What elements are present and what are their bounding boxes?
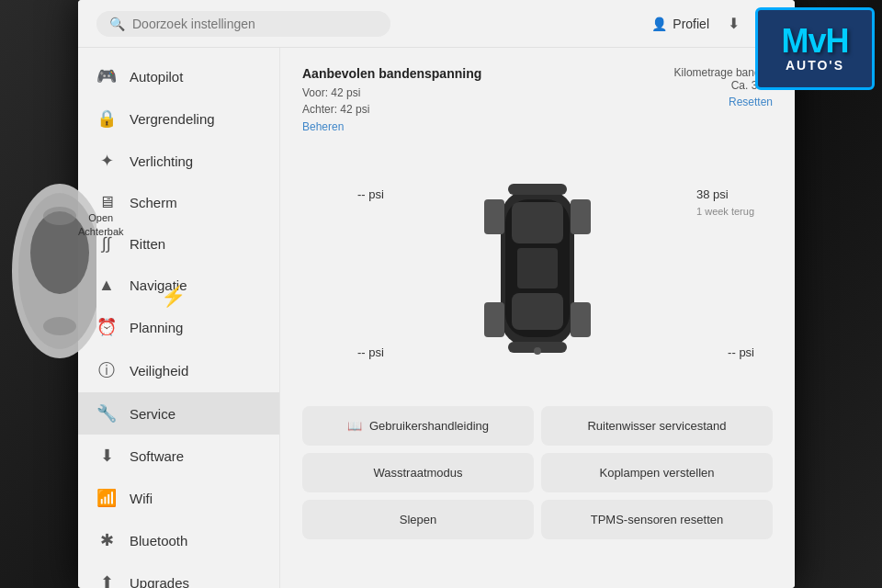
svg-rect-10: [508, 184, 567, 195]
wasstraat-button[interactable]: Wasstraatmodus: [302, 453, 534, 492]
search-container[interactable]: 🔍: [96, 11, 390, 37]
action-buttons: 📖 Gebruikershandleiding Ruitenwisser ser…: [302, 406, 773, 539]
tire-front-right-value: 38 psi: [696, 187, 729, 201]
slepen-label: Slepen: [400, 513, 436, 526]
mvh-text: MvH: [781, 25, 848, 58]
koplampen-button[interactable]: Koplampen verstellen: [541, 453, 773, 492]
sidebar-label-wifi: Wifi: [130, 491, 153, 506]
tire-pressure-header: Aanbevolen bandenspanning Voor: 42 psi A…: [302, 66, 773, 134]
svg-point-3: [43, 207, 76, 225]
sidebar-item-vergrendeling[interactable]: 🔒 Vergrendeling: [78, 97, 279, 140]
bluetooth-icon: ✱: [96, 530, 117, 550]
svg-rect-9: [517, 248, 558, 288]
search-icon: 🔍: [109, 17, 125, 31]
wifi-icon: 📶: [96, 488, 117, 508]
sidebar-label-ritten: Ritten: [130, 236, 165, 252]
sidebar-label-scherm: Scherm: [130, 195, 177, 210]
slepen-button[interactable]: Slepen: [302, 500, 534, 539]
sidebar-item-bluetooth[interactable]: ✱ Bluetooth: [78, 519, 279, 561]
sidebar: 🎮 Autopilot 🔒 Vergrendeling ✦ Verlichtin…: [78, 48, 280, 588]
nav-icon: ▲: [96, 276, 117, 295]
profile-label: Profiel: [673, 17, 709, 31]
sidebar-label-service: Service: [130, 406, 175, 422]
content-area: Aanbevolen bandenspanning Voor: 42 psi A…: [280, 48, 795, 588]
car-diagram-container: -- psi 38 psi 1 week terug: [302, 149, 773, 388]
svg-rect-12: [484, 199, 504, 234]
sidebar-item-upgrades[interactable]: ⬆ Upgrades: [78, 561, 279, 588]
info-icon: ⓘ: [96, 359, 117, 381]
tire-pressure-title: Aanbevolen bandenspanning: [302, 66, 481, 81]
svg-rect-7: [512, 202, 563, 243]
lock-icon: 🔒: [96, 108, 117, 129]
software-download-icon: ⬇: [96, 446, 117, 466]
wrench-icon: 🔧: [96, 403, 117, 424]
svg-point-16: [534, 347, 541, 355]
mvh-autos: AUTO'S: [786, 58, 844, 73]
sun-icon: ✦: [96, 151, 117, 171]
top-bar: 🔍 👤 Profiel ⬇ 🔔: [78, 0, 795, 48]
tire-front-left: -- psi: [357, 186, 384, 202]
sidebar-label-verlichting: Verlichting: [130, 153, 193, 169]
koplampen-label: Koplampen verstellen: [599, 466, 714, 480]
sidebar-item-veiligheid[interactable]: ⓘ Veiligheid: [78, 348, 279, 392]
upgrades-icon: ⬆: [96, 572, 117, 588]
main-layout: 🎮 Autopilot 🔒 Vergrendeling ✦ Verlichtin…: [78, 48, 795, 588]
ruitenwisser-label: Ruitenwisser servicestand: [587, 419, 726, 433]
sidebar-item-wifi[interactable]: 📶 Wifi: [78, 477, 279, 519]
sidebar-item-planning[interactable]: ⏰ Planning: [78, 306, 279, 348]
tpms-button[interactable]: TPMS-sensoren resetten: [541, 500, 773, 539]
mvh-logo: MvH AUTO'S: [755, 7, 875, 90]
profile-button[interactable]: 👤 Profiel: [651, 17, 709, 31]
wasstraat-label: Wasstraatmodus: [373, 466, 462, 480]
car-side-image: [0, 170, 96, 372]
steering-icon: 🎮: [96, 66, 117, 86]
gebruikershandleiding-button[interactable]: 📖 Gebruikershandleiding: [302, 406, 534, 446]
svg-point-4: [43, 317, 76, 335]
svg-rect-13: [571, 199, 591, 234]
tire-rear-right-value: -- psi: [728, 345, 754, 359]
sidebar-item-service[interactable]: 🔧 Service: [78, 392, 279, 435]
tpms-label: TPMS-sensoren resetten: [591, 513, 724, 526]
tire-rear-left-value: -- psi: [357, 345, 384, 359]
svg-rect-15: [571, 302, 591, 337]
sidebar-item-autopilot[interactable]: 🎮 Autopilot: [78, 55, 279, 97]
svg-rect-8: [512, 293, 563, 330]
tire-achter: Achter: 42 psi: [302, 101, 481, 118]
car-top-view-svg: [473, 167, 602, 369]
download-icon[interactable]: ⬇: [728, 15, 740, 32]
tire-info-left: Aanbevolen bandenspanning Voor: 42 psi A…: [302, 66, 481, 134]
sidebar-label-veiligheid: Veiligheid: [130, 363, 188, 379]
clock-icon: ⏰: [96, 317, 117, 337]
beheren-link[interactable]: Beheren: [302, 120, 344, 133]
sidebar-item-software[interactable]: ⬇ Software: [78, 435, 279, 477]
sidebar-label-planning: Planning: [130, 320, 183, 335]
sidebar-label-software: Software: [130, 448, 184, 464]
tire-front-left-value: -- psi: [357, 187, 384, 201]
sidebar-label-upgrades: Upgrades: [130, 575, 189, 589]
tire-rear-right: -- psi: [728, 344, 754, 360]
book-icon: 📖: [347, 419, 362, 433]
tire-voor: Voor: 42 psi: [302, 85, 481, 101]
lightning-icon: ⚡: [161, 285, 186, 309]
profile-icon: 👤: [651, 17, 667, 31]
tire-rear-left: -- psi: [357, 344, 384, 360]
search-input[interactable]: [132, 17, 378, 31]
sidebar-label-bluetooth: Bluetooth: [130, 533, 187, 548]
svg-rect-14: [484, 302, 504, 337]
resetten-button[interactable]: Resetten: [674, 96, 773, 108]
tire-front-right-sub: 1 week terug: [696, 206, 754, 217]
sidebar-label-autopilot: Autopilot: [130, 69, 183, 85]
sidebar-item-verlichting[interactable]: ✦ Verlichting: [78, 140, 279, 182]
tesla-screen: 🔍 👤 Profiel ⬇ 🔔 🎮 Autopilot 🔒 Vergrendel…: [78, 0, 795, 588]
sidebar-label-vergrendeling: Vergrendeling: [130, 111, 215, 127]
ruitenwisser-button[interactable]: Ruitenwisser servicestand: [541, 406, 773, 446]
open-achterbak-label[interactable]: Open Achterbak: [78, 211, 124, 240]
display-icon: 🖥: [96, 193, 117, 212]
tire-front-right: 38 psi 1 week terug: [696, 186, 754, 219]
gebruikershandleiding-label: Gebruikershandleiding: [369, 419, 489, 433]
